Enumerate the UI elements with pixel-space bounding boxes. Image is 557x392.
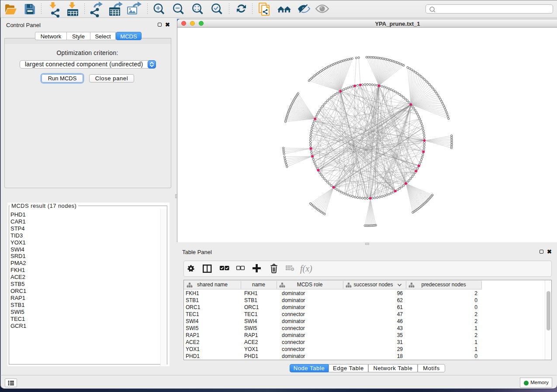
svg-text:f(x): f(x) <box>300 264 312 274</box>
